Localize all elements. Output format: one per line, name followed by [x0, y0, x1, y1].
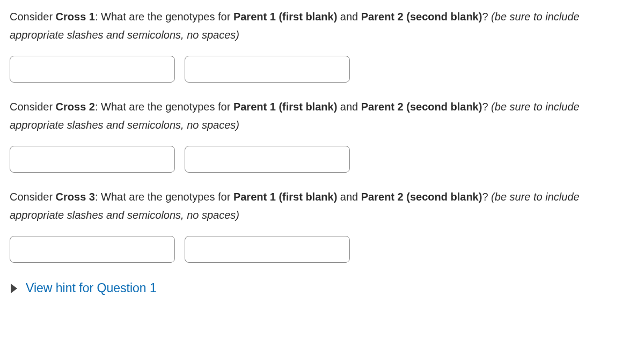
input-row-cross-2	[10, 146, 634, 173]
view-hint-toggle[interactable]: View hint for Question 1	[10, 278, 634, 299]
cross-label: Cross 3	[56, 191, 95, 203]
parent2-label: Parent 2 (second blank)	[361, 191, 482, 203]
text-mid-c: ?	[482, 191, 491, 203]
parent1-input[interactable]	[10, 56, 175, 83]
text-intro: Consider	[10, 11, 56, 23]
parent2-label: Parent 2 (second blank)	[361, 11, 482, 23]
text-mid-b: and	[337, 191, 361, 203]
input-row-cross-3	[10, 236, 634, 263]
parent2-label: Parent 2 (second blank)	[361, 101, 482, 113]
input-row-cross-1	[10, 56, 634, 83]
parent1-input[interactable]	[10, 236, 175, 263]
text-mid-c: ?	[482, 11, 491, 23]
parent2-input[interactable]	[185, 56, 350, 83]
parent1-label: Parent 1 (first blank)	[233, 11, 337, 23]
question-cross-1: Consider Cross 1: What are the genotypes…	[10, 8, 634, 83]
text-mid-b: and	[337, 11, 361, 23]
text-intro: Consider	[10, 101, 56, 113]
prompt-cross-2: Consider Cross 2: What are the genotypes…	[10, 98, 634, 134]
cross-label: Cross 2	[56, 101, 95, 113]
parent1-input[interactable]	[10, 146, 175, 173]
cross-label: Cross 1	[56, 11, 95, 23]
text-intro: Consider	[10, 191, 56, 203]
parent2-input[interactable]	[185, 146, 350, 173]
parent1-label: Parent 1 (first blank)	[233, 101, 337, 113]
text-mid-a: : What are the genotypes for	[95, 11, 233, 23]
question-cross-3: Consider Cross 3: What are the genotypes…	[10, 188, 634, 263]
prompt-cross-1: Consider Cross 1: What are the genotypes…	[10, 8, 634, 44]
text-mid-a: : What are the genotypes for	[95, 191, 233, 203]
prompt-cross-3: Consider Cross 3: What are the genotypes…	[10, 188, 634, 224]
text-mid-b: and	[337, 101, 361, 113]
triangle-right-icon	[11, 284, 17, 293]
text-mid-a: : What are the genotypes for	[95, 101, 233, 113]
parent1-label: Parent 1 (first blank)	[233, 191, 337, 203]
text-mid-c: ?	[482, 101, 491, 113]
question-cross-2: Consider Cross 2: What are the genotypes…	[10, 98, 634, 173]
parent2-input[interactable]	[185, 236, 350, 263]
hint-label: View hint for Question 1	[26, 278, 157, 299]
